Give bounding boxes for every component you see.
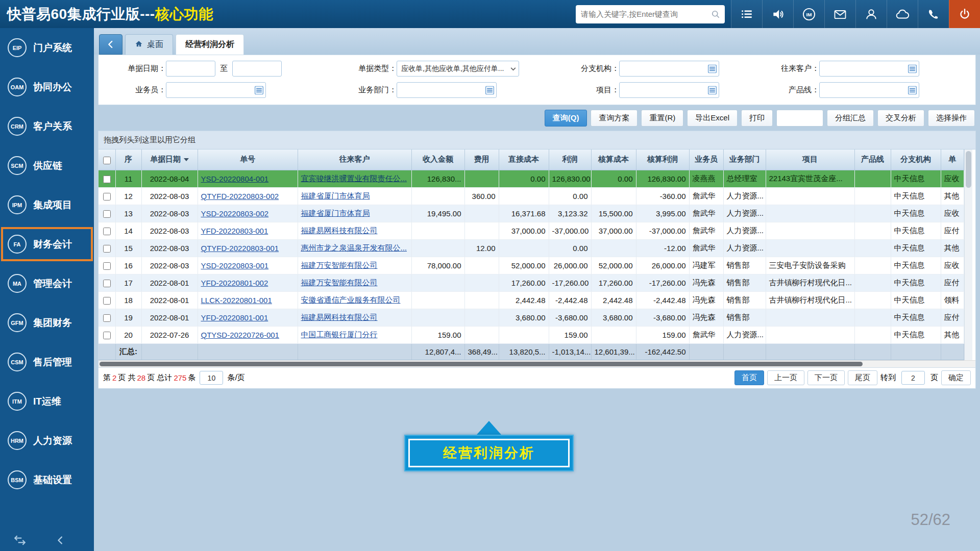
- table-row[interactable]: 192022-08-01YFD-20220801-001福建易网科技有限公司3,…: [99, 309, 964, 326]
- row-checkbox[interactable]: [103, 332, 111, 339]
- goto-confirm-button[interactable]: 确定: [941, 370, 971, 385]
- export-excel-button[interactable]: 导出Excel: [687, 110, 738, 127]
- user-icon[interactable]: [855, 0, 887, 28]
- doc-number-link[interactable]: QTYFD-20220803-001: [201, 244, 279, 253]
- tab-profit-analysis[interactable]: 经营利润分析: [176, 34, 244, 55]
- doc-number-link[interactable]: QTYSD-20220726-001: [201, 331, 279, 339]
- filter-input[interactable]: [820, 83, 919, 97]
- query-plan-button[interactable]: 查询方案: [591, 110, 638, 127]
- column-header[interactable]: 单据日期: [141, 149, 198, 170]
- prev-page-button[interactable]: 上一页: [767, 370, 804, 385]
- search-input[interactable]: [576, 10, 710, 18]
- doc-number-link[interactable]: YFD-20220801-002: [201, 279, 268, 287]
- sidebar-item-itm[interactable]: ITMIT运维: [0, 382, 94, 421]
- column-header[interactable]: 项目: [766, 149, 854, 170]
- doc-number-link[interactable]: QTYFD-20220803-002: [201, 192, 279, 201]
- swap-icon[interactable]: [13, 534, 27, 547]
- group-by-dropzone[interactable]: 拖拽列头到这里以用它分组: [99, 131, 975, 149]
- table-row[interactable]: 182022-08-01LLCK-20220801-001安徽省通信产业服务有限…: [99, 291, 964, 309]
- row-checkbox[interactable]: [103, 210, 111, 218]
- customer-link[interactable]: 福建易网科技有限公司: [301, 226, 378, 235]
- power-icon[interactable]: [949, 0, 980, 28]
- column-header[interactable]: 分支机构: [891, 149, 941, 170]
- global-search-box[interactable]: [576, 5, 725, 23]
- sidebar-item-crm[interactable]: CRM客户关系: [0, 107, 94, 146]
- doc-number-link[interactable]: YSD-20220803-001: [201, 261, 269, 270]
- column-header[interactable]: 费用: [464, 149, 499, 170]
- sidebar-item-scm[interactable]: SCM供应链: [0, 146, 94, 185]
- lookup-icon[interactable]: [255, 86, 263, 94]
- table-row[interactable]: 172022-08-01YFD-20220801-002福建万安智能有限公司17…: [99, 274, 964, 291]
- customer-link[interactable]: 福建省厦门市体育局: [301, 191, 370, 200]
- doc-number-link[interactable]: YFD-20220801-001: [201, 313, 268, 322]
- im-icon[interactable]: IM: [793, 0, 824, 28]
- filter-input[interactable]: [166, 83, 265, 97]
- customer-link[interactable]: 福建省厦门市体育局: [301, 209, 370, 217]
- filter-input[interactable]: [620, 83, 719, 97]
- row-checkbox[interactable]: [103, 262, 111, 270]
- goto-page-input[interactable]: [901, 371, 925, 385]
- sidebar-item-bsm[interactable]: BSM基础设置: [0, 460, 94, 499]
- column-header[interactable]: 业务员: [689, 149, 723, 170]
- column-header[interactable]: 核算利润: [636, 149, 689, 170]
- filter-input[interactable]: [620, 61, 719, 76]
- vertical-scroll-thumb[interactable]: [966, 151, 971, 188]
- sidebar-item-csm[interactable]: CSM售后管理: [0, 342, 94, 382]
- row-checkbox[interactable]: [103, 228, 111, 235]
- query-button[interactable]: 查询(Q): [545, 110, 587, 127]
- first-page-button[interactable]: 首页: [734, 370, 764, 385]
- filter-input[interactable]: [397, 61, 519, 76]
- column-header[interactable]: 直接成本: [499, 149, 549, 170]
- column-header[interactable]: 业务部门: [723, 149, 766, 170]
- phone-icon[interactable]: [918, 0, 949, 28]
- column-header[interactable]: 单号: [198, 149, 298, 170]
- table-row[interactable]: 202022-07-26QTYSD-20220726-001中国工商银行厦门分行…: [99, 326, 964, 343]
- sidebar-item-oam[interactable]: OAM协同办公: [0, 67, 94, 107]
- horizontal-scrollbar[interactable]: [99, 360, 975, 367]
- doc-number-link[interactable]: YSD-20220803-002: [201, 209, 269, 218]
- customer-link[interactable]: 福建万安智能有限公司: [301, 278, 378, 287]
- row-checkbox[interactable]: [103, 297, 111, 305]
- customer-link[interactable]: 中国工商银行厦门分行: [301, 330, 378, 339]
- column-header[interactable]: 利润: [549, 149, 591, 170]
- customer-link[interactable]: 福建易网科技有限公司: [301, 313, 378, 321]
- column-header[interactable]: 单: [941, 149, 964, 170]
- customer-link[interactable]: 宜宾骏继洪骥置业有限责任公...: [301, 174, 407, 183]
- column-header[interactable]: 序: [115, 149, 141, 170]
- blank-button[interactable]: [776, 110, 823, 127]
- lookup-icon[interactable]: [708, 86, 717, 94]
- sidebar-item-fa[interactable]: FA财务会计: [0, 224, 94, 264]
- doc-number-link[interactable]: YFD-20220803-001: [201, 227, 268, 235]
- sidebar-item-eip[interactable]: EIP门户系统: [0, 28, 94, 67]
- vertical-scrollbar[interactable]: [964, 149, 972, 360]
- row-checkbox[interactable]: [103, 280, 111, 287]
- table-row[interactable]: 132022-08-03YSD-20220803-002福建省厦门市体育局19,…: [99, 205, 964, 222]
- doc-number-link[interactable]: YSD-20220804-001: [201, 174, 269, 183]
- row-checkbox[interactable]: [103, 176, 111, 183]
- row-checkbox[interactable]: [103, 314, 111, 322]
- row-checkbox[interactable]: [103, 245, 111, 253]
- sort-caret-icon[interactable]: [184, 158, 189, 161]
- sidebar-item-ma[interactable]: MA管理会计: [0, 264, 94, 303]
- column-header[interactable]: 产品线: [854, 149, 891, 170]
- table-row[interactable]: 112022-08-04YSD-20220804-001宜宾骏继洪骥置业有限责任…: [99, 170, 964, 187]
- reset-button[interactable]: 重置(R): [641, 110, 683, 127]
- column-header[interactable]: 收入金额: [411, 149, 464, 170]
- column-header[interactable]: 往来客户: [298, 149, 411, 170]
- table-row[interactable]: 162022-08-03YSD-20220803-001福建万安智能有限公司78…: [99, 257, 964, 274]
- back-button[interactable]: [99, 34, 122, 55]
- search-icon[interactable]: [710, 9, 725, 19]
- filter-input[interactable]: [397, 83, 496, 97]
- cross-analysis-button[interactable]: 交叉分析: [877, 110, 924, 127]
- menu-list-icon[interactable]: [731, 0, 762, 28]
- select-all-checkbox[interactable]: [103, 157, 111, 164]
- row-checkbox[interactable]: [103, 193, 111, 201]
- cloud-icon[interactable]: [887, 0, 918, 28]
- horizontal-scroll-thumb[interactable]: [100, 362, 863, 366]
- sidebar-item-ipm[interactable]: IPM集成项目: [0, 185, 94, 224]
- select-operation-button[interactable]: 选择操作: [928, 110, 975, 127]
- next-page-button[interactable]: 下一页: [807, 370, 845, 385]
- lookup-icon[interactable]: [908, 86, 917, 94]
- date-to-input[interactable]: [233, 61, 281, 76]
- lookup-icon[interactable]: [908, 64, 917, 73]
